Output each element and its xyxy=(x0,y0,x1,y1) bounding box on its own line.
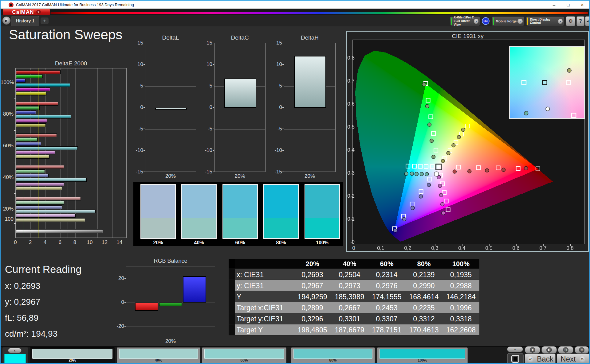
table-cell: 146,2184 xyxy=(442,291,479,302)
chevron-down-icon: ▼ xyxy=(517,19,523,24)
table-cell: 0,1996 xyxy=(442,302,479,313)
table-cell: 178,7151 xyxy=(368,324,405,335)
cie-measured-green xyxy=(428,123,431,126)
cie-x-tick xyxy=(462,244,462,246)
delta-gridline xyxy=(145,86,196,87)
cie-1931-panel: CIE 1931 xy 00,10,20,30,40,50,60,70,800,… xyxy=(346,31,589,252)
source-name: Mobile Forge xyxy=(496,19,517,23)
patch-button-20%[interactable]: 20% xyxy=(30,347,115,363)
meter-count-badge[interactable]: 142 xyxy=(482,17,490,25)
deltae-bar xyxy=(16,83,70,87)
cie-y-tick xyxy=(351,173,352,173)
swatch-column-label: 100% xyxy=(305,240,340,246)
calman-logo-button[interactable]: CalMAN ▼ xyxy=(3,9,50,15)
continuous-measure-button[interactable]: ∞ xyxy=(575,346,589,354)
patch-label: 60% xyxy=(202,358,286,362)
patch-label: 40% xyxy=(117,358,200,362)
cie-measured-green xyxy=(432,155,435,159)
actual-swatch xyxy=(264,185,298,218)
settings-button[interactable]: ⚙ xyxy=(566,16,575,26)
cie-measured-cyan xyxy=(425,172,429,176)
logo-bar: CalMAN ▼ xyxy=(1,9,589,15)
play-button[interactable]: ▶ xyxy=(541,346,557,354)
source-dropdown[interactable]: Mobile Forge ▼ xyxy=(492,16,524,26)
meter-mode: LCD Direct View xyxy=(454,19,474,27)
delta-gridline xyxy=(145,65,196,65)
infinity-icon: ∞ xyxy=(579,347,584,353)
patch-label: 80% xyxy=(291,358,375,362)
delta-y-tick-label: -10 xyxy=(132,147,143,153)
deltae-group-label: 100% xyxy=(1,79,14,86)
patch-button-60%[interactable]: 60% xyxy=(202,347,286,363)
help-button[interactable]: ? xyxy=(576,16,584,26)
display-control-dropdown[interactable]: Direct Display Control ▼ xyxy=(526,16,564,26)
display-control-accent xyxy=(527,17,528,25)
patch-button-100%[interactable]: 100% xyxy=(377,347,468,363)
back-button[interactable]: « Back xyxy=(525,354,556,364)
deltae-bar xyxy=(16,146,78,150)
collapse-transport-button[interactable]: ▲ xyxy=(507,347,523,352)
patch-button-40%[interactable]: 40% xyxy=(117,347,200,363)
cie-target-cyan xyxy=(406,164,410,168)
target-swatch xyxy=(141,218,175,238)
deltae-axis-tick xyxy=(14,223,16,224)
reading-cdm2: cd/m²: 194,93 xyxy=(5,329,57,339)
actual-swatch xyxy=(141,185,175,218)
cie-x-tick-label: 0 xyxy=(348,245,360,251)
swatch-column-label: 60% xyxy=(222,240,258,246)
tab-scroll-button[interactable]: ▶ xyxy=(2,17,10,25)
chevron-left-icon: « xyxy=(527,356,534,362)
cie-measured-cyan xyxy=(420,172,423,176)
pattern-window-button[interactable] xyxy=(507,353,524,364)
stop-icon: ■ xyxy=(530,347,535,353)
close-button[interactable]: × xyxy=(575,1,589,9)
add-tab-button[interactable]: + xyxy=(41,17,49,24)
delta-y-tick xyxy=(282,129,284,129)
cie-y-tick-label: 0 xyxy=(343,239,355,245)
cie-target-red xyxy=(516,166,520,170)
single-measure-button[interactable]: [-] xyxy=(558,346,573,354)
delta-y-tick xyxy=(213,172,214,172)
deltae-x-tick-label: 14 xyxy=(115,239,124,246)
deltae-bar xyxy=(16,119,47,123)
deltae-bar xyxy=(16,218,85,222)
deltac-x-label: 20% xyxy=(214,173,266,179)
minimize-button[interactable]: – xyxy=(547,1,561,9)
table-cell: 170,4613 xyxy=(405,324,442,335)
inset-target-square xyxy=(543,80,547,85)
table-row: Target x:CIE310,28990,26670,24530,22350,… xyxy=(229,302,479,313)
delta-y-tick xyxy=(282,86,284,86)
cie-measured-cyan xyxy=(404,172,408,176)
patch-button-80%[interactable]: 80% xyxy=(291,347,375,363)
swatch-column-label: 20% xyxy=(140,240,176,246)
deltae-chart-plot xyxy=(15,68,127,238)
deltae-x-tick-label: 12 xyxy=(100,239,109,246)
deltae-axis-tick xyxy=(14,130,16,131)
delta-bar xyxy=(294,56,326,108)
inset-target-square xyxy=(566,80,571,85)
stop-button[interactable]: ■ xyxy=(525,346,540,354)
patch-swatch xyxy=(32,349,112,359)
cie-x-tick xyxy=(408,244,408,246)
table-cell: 0,2976 xyxy=(368,280,405,291)
deltae-group-label: 60% xyxy=(1,143,14,149)
cie-target-blue xyxy=(419,190,423,194)
next-button[interactable]: Next » xyxy=(557,354,589,364)
table-cell: 0,3312 xyxy=(405,313,442,324)
deltae-gridline xyxy=(105,68,105,238)
table-cell: 162,2608 xyxy=(442,324,479,335)
collapse-panel-button[interactable]: ◀ xyxy=(585,16,590,26)
maximize-button[interactable]: □ xyxy=(561,1,575,9)
table-cell: 0,3307 xyxy=(368,313,405,324)
table-row: x: CIE310,26930,25040,23140,21390,1935 xyxy=(229,269,479,280)
cie-measured-blue xyxy=(403,217,406,221)
tab-history-1[interactable]: History 1 xyxy=(11,16,39,26)
deltae-axis-tick xyxy=(14,99,16,99)
collapse-preview-button[interactable]: ▲ xyxy=(8,348,22,353)
meter-dropdown[interactable]: X-Rite i1Pro 2 LCD Direct View ▼ xyxy=(450,16,480,26)
cie-x-tick-label: 0,7 xyxy=(537,245,549,251)
tab-bar: ▶ History 1 + X-Rite i1Pro 2 LCD Direct … xyxy=(1,15,589,26)
cie-x-tick-label: 0,5 xyxy=(483,245,495,251)
delta-bar xyxy=(155,108,187,110)
delta-y-tick-label: 15 xyxy=(270,40,282,46)
